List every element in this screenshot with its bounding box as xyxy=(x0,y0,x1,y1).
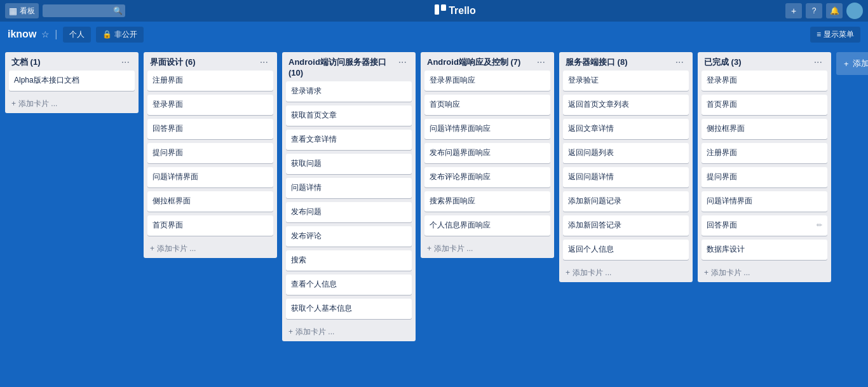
card-text: 发布评论 xyxy=(291,231,322,241)
board-canvas: 文档 (1)···Alpha版本接口文档+添加卡片 ...界面设计 (6)···… xyxy=(0,47,868,387)
card[interactable]: 首页界面 xyxy=(702,95,827,115)
card[interactable]: 发布评论界面响应 xyxy=(424,167,550,187)
list-title: 界面设计 (6) xyxy=(150,57,257,68)
card[interactable]: 查看个人信息 xyxy=(286,275,412,295)
card[interactable]: 提问界面 xyxy=(702,167,827,187)
card[interactable]: Alpha版本接口文档 xyxy=(9,71,135,91)
card[interactable]: 发布问题界面响应 xyxy=(424,143,550,163)
card[interactable]: 添加新问题记录 xyxy=(563,191,689,212)
add-card-btn[interactable]: +添加卡片 ... xyxy=(698,264,831,282)
add-card-btn[interactable]: +添加卡片 ... xyxy=(421,240,554,258)
card[interactable]: 搜索 xyxy=(286,250,412,271)
info-icon: ? xyxy=(812,6,817,15)
card[interactable]: 获取问题 xyxy=(286,154,412,174)
card[interactable]: 搜索界面响应 xyxy=(424,191,550,212)
list-cards: 登录界面首页界面侧拉框界面注册界面提问界面问题详情界面回答界面✏数据库设计 xyxy=(698,71,831,264)
private-btn[interactable]: 🔒 非公开 xyxy=(96,27,144,43)
card[interactable]: 登录界面 xyxy=(147,95,273,115)
card[interactable]: 首页界面 xyxy=(147,215,273,236)
card[interactable]: 数据库设计 xyxy=(702,240,827,260)
list-menu-btn[interactable]: ··· xyxy=(257,57,271,67)
search-icon: 🔍 xyxy=(113,6,123,15)
board-title[interactable]: iknow xyxy=(8,29,36,40)
card-text: 查看个人信息 xyxy=(291,279,337,290)
list-menu-btn[interactable]: ··· xyxy=(119,57,132,67)
card[interactable]: 查看文章详情 xyxy=(286,130,412,150)
card[interactable]: 回答界面✏ xyxy=(702,215,827,236)
nav-left: ▦ 看板 🔍 xyxy=(5,3,125,18)
show-menu-btn[interactable]: ≡ 显示菜单 xyxy=(810,27,860,43)
card[interactable]: 提问界面 xyxy=(147,143,273,163)
card[interactable]: 返回个人信息 xyxy=(563,240,689,260)
list-cards: 登录请求获取首页文章查看文章详情获取问题问题详情发布问题发布评论搜索查看个人信息… xyxy=(282,81,416,323)
add-list-label: 添加一个列表... xyxy=(853,58,868,69)
card-text: 问题详情 xyxy=(291,182,322,193)
card[interactable]: 问题详情界面响应 xyxy=(424,119,550,139)
card[interactable]: 回答界面 xyxy=(147,119,273,139)
add-card-icon: + xyxy=(427,244,431,253)
card-text: 数据库设计 xyxy=(707,244,745,255)
card[interactable]: 问题详情界面 xyxy=(147,167,273,187)
card-text: 获取首页文章 xyxy=(291,110,337,121)
add-card-btn[interactable]: +添加卡片 ... xyxy=(559,264,693,282)
search-btn[interactable]: 🔍 xyxy=(113,6,123,15)
card[interactable]: 问题详情界面 xyxy=(702,191,827,212)
board-header: iknow ☆ | 个人 🔒 非公开 ≡ 显示菜单 xyxy=(0,22,868,47)
card[interactable]: 侧拉框界面 xyxy=(702,119,827,139)
card[interactable]: 侧拉框界面 xyxy=(147,191,273,212)
add-card-btn[interactable]: +添加卡片 ... xyxy=(282,323,416,341)
add-card-label: 添加卡片 ... xyxy=(295,327,334,337)
board-view-btn[interactable]: ▦ 看板 xyxy=(5,3,39,18)
card[interactable]: 问题详情 xyxy=(286,178,412,198)
card-text: 回答界面 xyxy=(153,123,183,134)
list-menu-btn[interactable]: ··· xyxy=(673,57,686,67)
card[interactable]: 登录验证 xyxy=(563,71,689,91)
add-card-btn[interactable]: +添加卡片 ... xyxy=(5,95,139,113)
nav-right: + ? 🔔 xyxy=(785,3,863,19)
card[interactable]: 首页响应 xyxy=(424,95,550,115)
board-label: 看板 xyxy=(20,6,35,17)
list-menu-btn[interactable]: ··· xyxy=(534,57,548,67)
top-navbar: ▦ 看板 🔍 Trello + ? 🔔 xyxy=(0,0,868,22)
card[interactable]: 返回问题列表 xyxy=(563,143,689,163)
list-menu-btn[interactable]: ··· xyxy=(396,57,409,67)
card[interactable]: 返回问题详情 xyxy=(563,167,689,187)
add-card-icon: + xyxy=(288,327,293,336)
private-label: 非公开 xyxy=(114,29,137,40)
card[interactable]: 获取首页文章 xyxy=(286,105,412,126)
add-card-icon: + xyxy=(704,268,709,277)
star-btn[interactable]: ☆ xyxy=(41,29,50,39)
personal-label: 个人 xyxy=(69,30,85,39)
card[interactable]: 登录界面响应 xyxy=(424,71,550,91)
add-btn[interactable]: + xyxy=(785,3,802,18)
list-list-1: 文档 (1)···Alpha版本接口文档+添加卡片 ... xyxy=(5,52,139,113)
card[interactable]: 添加新回答记录 xyxy=(563,215,689,236)
add-card-btn[interactable]: +添加卡片 ... xyxy=(144,240,277,258)
card[interactable]: 返回首页文章列表 xyxy=(563,95,689,115)
card[interactable]: 登录界面 xyxy=(702,71,827,91)
card-text: 登录界面 xyxy=(707,75,737,86)
list-menu-btn[interactable]: ··· xyxy=(811,57,825,67)
list-header: Android端访问服务器接口 (10)··· xyxy=(282,52,416,81)
card[interactable]: 获取个人基本信息 xyxy=(286,299,412,319)
avatar[interactable] xyxy=(846,3,863,19)
card[interactable]: 登录请求 xyxy=(286,81,412,102)
personal-btn[interactable]: 个人 xyxy=(63,27,91,43)
card[interactable]: 发布问题 xyxy=(286,202,412,222)
notification-btn[interactable]: 🔔 xyxy=(826,3,843,18)
card[interactable]: 个人信息界面响应 xyxy=(424,215,550,236)
card[interactable]: 注册界面 xyxy=(702,143,827,163)
svg-rect-1 xyxy=(441,4,446,11)
card[interactable]: 发布评论 xyxy=(286,226,412,247)
menu-icon: ≡ xyxy=(817,30,821,39)
list-header: 文档 (1)··· xyxy=(5,52,139,71)
board-icon: ▦ xyxy=(9,6,17,16)
trello-logo-icon xyxy=(435,4,446,17)
card[interactable]: 注册界面 xyxy=(147,71,273,91)
add-list-btn[interactable]: + 添加一个列表... xyxy=(836,52,868,75)
card[interactable]: 返回文章详情 xyxy=(563,119,689,139)
card-text: 提问界面 xyxy=(153,147,183,158)
list-title: 文档 (1) xyxy=(11,57,119,68)
card-text: 问题详情界面 xyxy=(707,196,752,207)
info-btn[interactable]: ? xyxy=(806,3,822,18)
